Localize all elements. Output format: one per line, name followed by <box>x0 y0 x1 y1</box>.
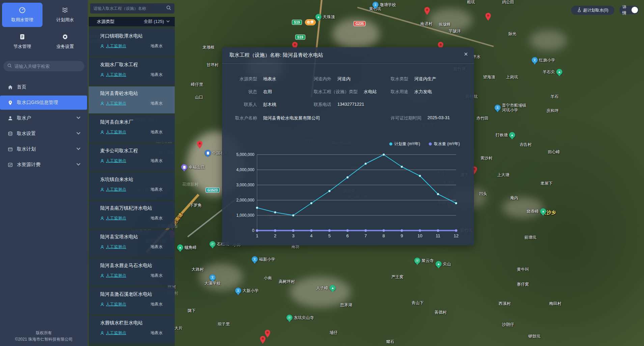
mountain-marker[interactable]: ▲羊石尖 <box>543 69 562 75</box>
list-item[interactable]: 水唇镇水栏肚水电站 人工监测点 地表水 <box>89 316 175 343</box>
monitor-point-link[interactable]: 人工监测点 <box>100 330 126 336</box>
red-pin-icon[interactable] <box>485 13 491 21</box>
monitor-point-link[interactable]: 人工监测点 <box>100 101 126 106</box>
road-badge: G1523 <box>205 188 220 193</box>
list-item[interactable]: 陆河县水唇走马石水电站 人工监测点 地表水 <box>89 259 175 286</box>
chevron-down-icon[interactable] <box>166 19 170 24</box>
map-pin-icon <box>7 100 13 105</box>
facility-search[interactable] <box>90 3 174 14</box>
map-label: 赤竹田 <box>476 116 488 121</box>
gauge-icon <box>19 7 26 15</box>
red-pin-icon[interactable] <box>197 141 203 149</box>
facility-search-input[interactable] <box>93 6 166 11</box>
modal-divider <box>222 63 474 64</box>
school-marker[interactable]: 文大溪学校 <box>204 274 221 286</box>
sidebar-search-input[interactable] <box>15 64 80 69</box>
list-item[interactable]: 麦卡公司取水工程 人工监测点 地表水 <box>89 144 175 171</box>
monitor-point-link[interactable]: 人工监测点 <box>100 187 126 192</box>
menu-label: 取水设置 <box>17 131 36 137</box>
lodge-marker[interactable]: 幸福山庄 <box>181 164 205 170</box>
temple-marker[interactable]: 卍聚云寺 <box>414 258 434 264</box>
flask-icon <box>577 7 581 13</box>
map-label: 西溪村 <box>499 301 511 306</box>
close-icon[interactable]: × <box>464 51 468 57</box>
school-marker[interactable]: 文大新小学 <box>235 288 259 294</box>
map-label: 鸡公田 <box>502 0 514 5</box>
menu-item-gis-info-mgmt[interactable]: 取水口GIS信息管理 <box>0 96 87 110</box>
chevron-down-icon <box>76 146 81 152</box>
menu-item-water-users[interactable]: 取水户 <box>0 111 87 125</box>
monitor-point-link[interactable]: 人工监测点 <box>100 158 126 164</box>
road-badge: S19 <box>292 20 302 25</box>
mountain-marker[interactable]: ▲人子嶂 <box>316 285 336 291</box>
svg-text:11: 11 <box>436 233 441 238</box>
school-marker[interactable]: 文福新小学 <box>252 256 275 262</box>
monitor-point-link[interactable]: 人工监测点 <box>100 215 126 221</box>
mountain-marker[interactable]: ▲打铁塘 <box>496 132 515 138</box>
tile-label: 取用水管理 <box>11 17 33 23</box>
list-item[interactable]: 东坑镇自来水站 人工监测点 地表水 <box>89 172 175 199</box>
facility-name: 陆河县青砼水电站 <box>100 90 171 97</box>
menu-item-intake-plan[interactable]: 取水计划 <box>0 142 87 156</box>
map-label: 羊石 <box>551 94 559 99</box>
map-label: 天珠顶 <box>323 15 335 19</box>
mountain-marker[interactable]: ▲烧香嶂 <box>527 208 546 214</box>
mountain-marker[interactable]: ▲尖山 <box>436 261 451 267</box>
list-item[interactable]: 陆河县宝塔水电站 人工监测点 地表水 <box>89 230 175 257</box>
school-marker[interactable]: 文普宁市船埔镇 河坑小学 <box>495 103 526 113</box>
list-item[interactable]: 陆河县自来水厂 人工监测点 地表水 <box>89 115 175 142</box>
field-value: 河道内 <box>337 76 351 82</box>
monitor-point-link[interactable]: 人工监测点 <box>100 43 126 49</box>
map-label: 锣鼓坑 <box>528 334 540 339</box>
chevron-down-icon <box>76 131 81 137</box>
monitor-point-link[interactable]: 人工监测点 <box>100 129 126 135</box>
map-label: 小南 <box>264 275 272 281</box>
field-许可证过期时间: 许可证过期时间 2025-03-31 <box>391 115 450 121</box>
list-item[interactable]: 河口镇唱歌潭水电站 人工监测点 地表水 <box>89 29 175 56</box>
red-pin-icon[interactable] <box>265 330 271 338</box>
monitor-point-link[interactable]: 人工监测点 <box>100 244 126 250</box>
list-item[interactable]: 陆河县南万镇杞洋水电站 人工监测点 地表水 <box>89 201 175 228</box>
monitor-point-link[interactable]: 人工监测点 <box>100 273 126 278</box>
list-item[interactable]: 友能水厂取水工程 人工监测点 地表水 <box>89 58 175 85</box>
mountain-marker[interactable]: ▲螺角嶂 <box>177 244 197 250</box>
search-icon[interactable] <box>166 5 171 11</box>
detail-toggle[interactable]: 详情 <box>619 6 639 14</box>
map-label: 黄沙村 <box>480 156 493 161</box>
svg-text:3: 3 <box>292 233 295 238</box>
school-marker[interactable]: 文墩塘学校 <box>372 2 396 8</box>
facility-list-header[interactable]: 水源类型 全部 (125) <box>89 17 175 26</box>
home-icon <box>7 85 13 90</box>
monitor-point-link[interactable]: 人工监测点 <box>100 301 126 307</box>
map-label: 人子嶂 <box>316 286 328 290</box>
map-label: 羊石尖 <box>543 70 555 74</box>
water-source-type: 地表水 <box>150 101 163 106</box>
field-label: 联系人 <box>229 102 257 108</box>
svg-text:0: 0 <box>252 228 254 233</box>
field-联系人: 联系人 彭木桃 <box>229 102 276 108</box>
temple-marker[interactable]: 卍东坑尖山寺 <box>286 315 314 321</box>
mountain-icon: ▲ <box>436 261 442 267</box>
toggle-knob[interactable] <box>632 7 638 13</box>
monitor-point-link[interactable]: 人工监测点 <box>100 72 126 78</box>
tile-planned-water[interactable]: 计划用水 <box>45 3 85 27</box>
sidebar-search[interactable] <box>3 61 84 71</box>
tile-water-saving-mgmt[interactable]: 节水管理 <box>2 29 43 54</box>
tile-business-settings[interactable]: 业务设置 <box>45 29 85 54</box>
menu-label: 取水口GIS信息管理 <box>17 100 58 106</box>
red-pin-icon[interactable] <box>424 7 430 15</box>
mountain-marker[interactable]: ▲天珠顶 <box>315 14 335 20</box>
over-plan-intake-button[interactable]: 超计划取水(0) <box>571 6 614 15</box>
map-label: 东坑尖山寺 <box>294 315 314 320</box>
sidebar-menu: 首页 取水口GIS信息管理 取水户 取水设置 取水计划 <box>0 80 88 172</box>
facility-name: 东坑镇自来水站 <box>100 177 171 183</box>
menu-item-intake-settings[interactable]: 取水设置 <box>0 127 87 141</box>
menu-item-water-billing[interactable]: 水资源计费 <box>0 158 87 172</box>
school-marker[interactable]: 文红旗小学 <box>532 57 555 63</box>
tile-water-usage-mgmt[interactable]: 取用水管理 <box>2 3 43 27</box>
list-item[interactable]: 陆河县青砼水电站 人工监测点 地表水 <box>89 86 175 113</box>
map-label: 箭塘坑 <box>524 235 536 240</box>
menu-item-home[interactable]: 首页 <box>0 80 87 94</box>
field-取水用途: 取水用途 水力发电 <box>391 89 432 95</box>
list-item[interactable]: 陆河县激石溪老区水电站 人工监测点 地表水 <box>89 287 175 314</box>
